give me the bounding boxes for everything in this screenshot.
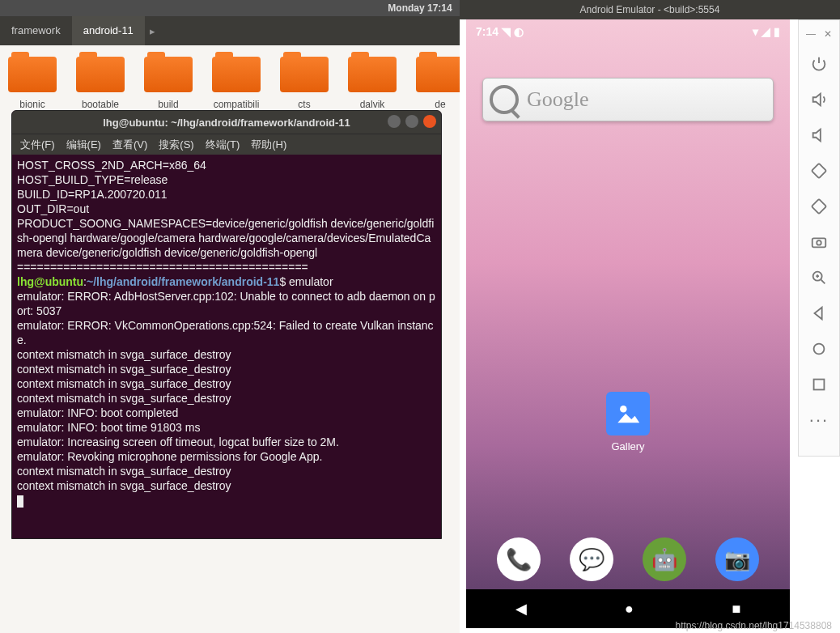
more-button[interactable]: ··· (803, 404, 835, 436)
menu-search[interactable]: 搜索(S) (159, 138, 193, 152)
wifi-debug-icon: ◥ (502, 25, 511, 38)
android-home-screen[interactable]: 7:14 ◥ ◐ ▾ ◢ ▮ Google Gallery (466, 19, 790, 628)
gallery-icon (606, 392, 650, 435)
close-button[interactable] (423, 115, 436, 128)
terminal-cursor (17, 495, 23, 508)
terminal-output: emulator: ERROR: AdbHostServer.cpp:102: … (17, 290, 435, 492)
svg-rect-3 (812, 238, 826, 247)
emulator-titlebar[interactable]: Android Emulator - <build>:5554 (460, 0, 840, 19)
terminal-window[interactable]: lhg@ubuntu: ~/lhg/android/framework/andr… (11, 110, 442, 539)
home-button[interactable] (803, 333, 835, 365)
power-button[interactable] (803, 48, 835, 80)
google-search-widget[interactable]: Google (482, 78, 774, 121)
svg-point-6 (814, 344, 825, 355)
emulator-toolbar: — ✕ ··· (798, 19, 840, 457)
prompt-user: lhg@ubuntu (17, 275, 83, 288)
app-camera[interactable]: 📷 (715, 537, 759, 581)
menu-edit[interactable]: 编辑(E) (66, 138, 101, 152)
app-drawer[interactable]: 🤖 (643, 537, 686, 581)
search-placeholder: Google (527, 87, 589, 112)
volume-down-button[interactable] (803, 119, 835, 151)
path-tab-framework[interactable]: framework (0, 16, 72, 45)
wifi-icon: ▾ (753, 25, 758, 38)
folder-icon (416, 57, 465, 92)
svg-rect-1 (812, 164, 826, 178)
menu-help[interactable]: 帮助(H) (251, 138, 286, 152)
nav-back-icon[interactable]: ◀ (515, 600, 527, 618)
svg-rect-7 (814, 380, 825, 390)
emulator-title-label: Android Emulator - <build>:5554 (580, 4, 720, 15)
maximize-button[interactable] (405, 115, 418, 128)
menu-terminal[interactable]: 终端(T) (206, 138, 240, 152)
battery-icon: ▮ (774, 25, 780, 38)
search-icon (490, 85, 519, 114)
app-messages[interactable]: 💬 (570, 537, 613, 581)
prompt-cmd: $ emulator (279, 275, 333, 288)
clock-label: Monday 17:14 (388, 2, 452, 14)
folder-icon (144, 57, 193, 92)
emulator-window: Android Emulator - <build>:5554 7:14 ◥ ◐… (460, 0, 840, 631)
app-phone[interactable]: 📞 (497, 537, 541, 581)
chevron-right-icon: ▸ (145, 25, 160, 37)
svg-point-0 (620, 406, 627, 413)
terminal-titlebar[interactable]: lhg@ubuntu: ~/lhg/android/framework/andr… (12, 111, 441, 134)
nautilus-pathbar: framework android-11 ▸ (0, 16, 460, 45)
android-statusbar: 7:14 ◥ ◐ ▾ ◢ ▮ (466, 19, 790, 44)
app-label: Gallery (611, 440, 644, 452)
app-gallery[interactable]: Gallery (604, 392, 652, 452)
prompt-path: ~/lhg/android/framework/android-11 (87, 275, 279, 288)
rotate-right-button[interactable] (803, 190, 835, 223)
folder-icon (348, 57, 397, 92)
overview-button[interactable] (803, 368, 835, 401)
datasaver-icon: ◐ (514, 25, 524, 38)
status-time: 7:14 (476, 25, 498, 38)
menu-view[interactable]: 查看(V) (112, 138, 147, 152)
folder-icon (76, 57, 125, 92)
folder-icon (280, 57, 329, 92)
terminal-title-label: lhg@ubuntu: ~/lhg/android/framework/andr… (103, 117, 350, 129)
svg-point-4 (817, 240, 821, 245)
nav-home-icon[interactable]: ● (625, 601, 634, 618)
terminal-menubar: 文件(F) 编辑(E) 查看(V) 搜索(S) 终端(T) 帮助(H) (12, 134, 441, 155)
zoom-button[interactable] (803, 261, 835, 294)
menu-file[interactable]: 文件(F) (20, 138, 55, 152)
nav-recent-icon[interactable]: ■ (732, 601, 740, 618)
volume-up-button[interactable] (803, 83, 835, 116)
terminal-body[interactable]: HOST_CROSS_2ND_ARCH=x86_64 HOST_BUILD_TY… (12, 155, 441, 511)
watermark-label: https://blog.csdn.net/lhg1714538808 (676, 620, 833, 631)
signal-icon: ◢ (762, 25, 770, 38)
screenshot-button[interactable] (803, 226, 835, 258)
minimize-button[interactable] (388, 115, 401, 128)
svg-rect-2 (812, 199, 826, 214)
folder-icon (212, 57, 261, 92)
rotate-left-button[interactable] (803, 155, 835, 187)
terminal-output: HOST_CROSS_2ND_ARCH=x86_64 HOST_BUILD_TY… (17, 159, 434, 274)
emulator-screen-wrapper: 7:14 ◥ ◐ ▾ ◢ ▮ Google Gallery (466, 19, 790, 628)
back-button[interactable] (803, 297, 835, 329)
folder-icon (8, 57, 57, 92)
path-tab-android11[interactable]: android-11 (72, 16, 145, 45)
minimize-button[interactable]: — (806, 28, 816, 40)
close-button[interactable]: ✕ (824, 28, 832, 40)
android-dock: 📞 💬 🤖 📷 (466, 537, 790, 581)
